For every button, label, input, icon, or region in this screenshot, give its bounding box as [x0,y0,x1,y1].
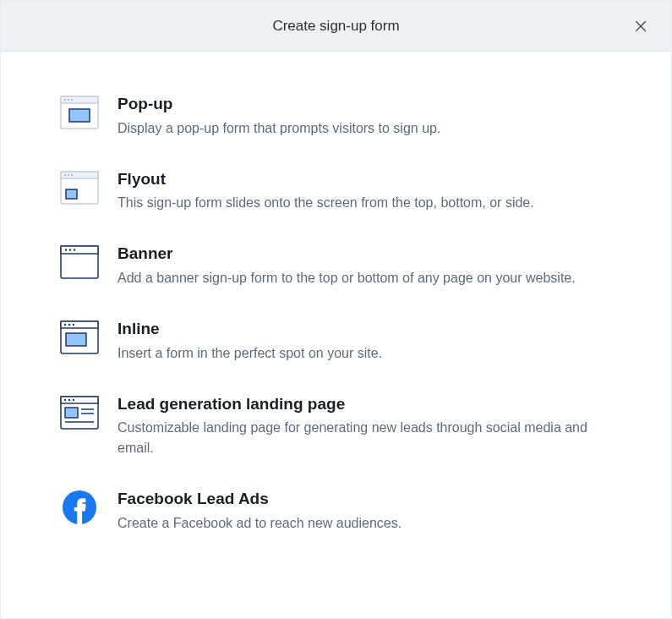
option-description: Add a banner sign-up form to the top or … [117,268,612,288]
svg-rect-7 [61,172,98,178]
option-landing-page[interactable]: Lead generation landing page Customizabl… [60,394,612,459]
option-text: Lead generation landing page Customizabl… [117,394,612,459]
option-description: This sign-up form slides onto the screen… [117,193,612,213]
option-facebook-lead-ads[interactable]: Facebook Lead Ads Create a Facebook ad t… [60,489,612,534]
svg-rect-1 [61,96,98,103]
svg-point-21 [73,324,74,326]
landing-page-icon [60,396,99,430]
close-button[interactable] [631,16,651,36]
svg-rect-22 [66,333,86,346]
svg-point-2 [64,99,66,101]
svg-point-20 [68,324,70,326]
svg-rect-18 [61,321,98,328]
option-text: Flyout This sign-up form slides onto the… [117,169,612,214]
inline-icon [60,320,99,354]
modal-title: Create sign-up form [272,18,399,35]
option-banner[interactable]: Banner Add a banner sign-up form to the … [60,244,612,288]
option-title: Banner [117,244,612,265]
option-description: Create a Facebook ad to reach new audien… [117,513,612,534]
svg-point-9 [68,174,69,176]
option-description: Insert a form in the perfect spot on you… [117,343,612,364]
option-text: Pop-up Display a pop-up form that prompt… [117,94,612,139]
options-list: Pop-up Display a pop-up form that prompt… [1,52,671,567]
svg-rect-28 [65,408,78,418]
option-description: Customizable landing page for generating… [117,418,612,458]
option-title: Lead generation landing page [117,394,612,415]
svg-rect-24 [61,397,98,403]
option-title: Flyout [117,169,612,190]
option-title: Inline [117,319,612,340]
svg-rect-11 [66,189,77,199]
option-inline[interactable]: Inline Insert a form in the perfect spot… [60,319,612,364]
option-text: Inline Insert a form in the perfect spot… [117,319,612,364]
modal-header: Create sign-up form [1,1,671,52]
svg-point-8 [64,174,66,176]
facebook-icon [60,490,99,529]
option-text: Facebook Lead Ads Create a Facebook ad t… [117,489,612,534]
svg-point-14 [65,249,67,251]
option-popup[interactable]: Pop-up Display a pop-up form that prompt… [60,94,612,139]
svg-point-15 [69,249,71,251]
svg-point-4 [71,99,73,101]
svg-point-19 [64,324,66,326]
option-text: Banner Add a banner sign-up form to the … [117,244,612,288]
close-icon [632,18,649,35]
svg-point-16 [74,249,75,251]
option-title: Facebook Lead Ads [117,489,612,510]
banner-icon [60,245,99,279]
popup-icon [60,96,99,129]
option-description: Display a pop-up form that prompts visit… [117,118,612,139]
svg-rect-5 [69,109,90,122]
flyout-icon [60,171,99,205]
svg-point-27 [73,399,74,401]
option-flyout[interactable]: Flyout This sign-up form slides onto the… [60,169,612,214]
svg-point-25 [64,399,66,401]
svg-point-26 [68,399,70,401]
svg-point-10 [71,174,73,176]
svg-point-3 [68,99,69,101]
option-title: Pop-up [117,94,612,115]
